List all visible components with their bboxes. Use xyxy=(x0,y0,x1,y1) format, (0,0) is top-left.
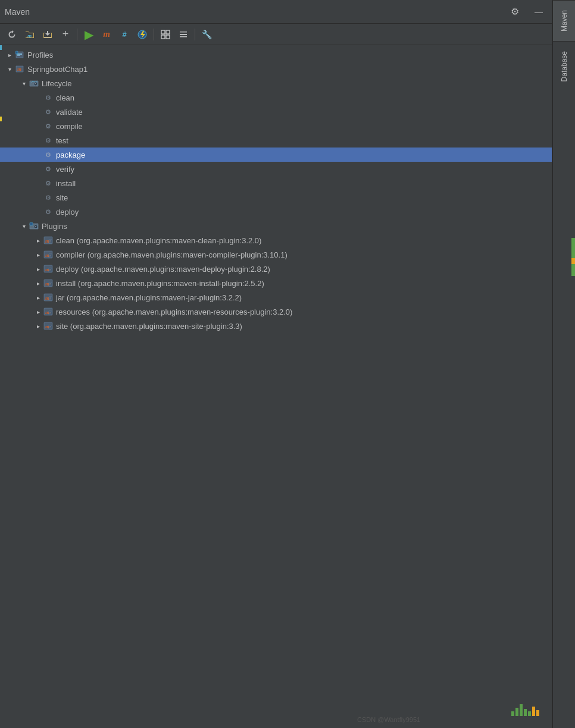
install-label: install xyxy=(56,179,76,188)
arrow-plugin-jar xyxy=(33,293,43,302)
tree-item-install[interactable]: ⚙ install xyxy=(0,176,552,190)
plugin-jar-label: jar (org.apache.maven.plugins:maven-jar-… xyxy=(56,293,242,302)
tree-item-plugin-resources[interactable]: m resources (org.apache.maven.plugins:ma… xyxy=(0,305,552,319)
svg-text:m: m xyxy=(17,66,21,72)
tree-item-plugin-install[interactable]: m install (org.apache.maven.plugins:mave… xyxy=(0,276,552,290)
plugin-site-icon: m xyxy=(43,321,54,331)
plugins-icon xyxy=(29,221,39,231)
tree-item-verify[interactable]: ⚙ verify xyxy=(0,162,552,176)
arrow-lifecycle xyxy=(19,79,29,88)
tree-item-deploy[interactable]: ⚙ deploy xyxy=(0,205,552,219)
maven-panel: Maven ⚙ — m xyxy=(0,0,552,728)
svg-rect-8 xyxy=(180,36,187,37)
plugin-compiler-icon: m xyxy=(43,249,54,260)
tree-item-profiles[interactable]: m Profiles xyxy=(0,48,552,62)
arrow-plugin-deploy xyxy=(33,264,43,274)
plugin-clean-icon: m xyxy=(43,235,54,246)
separator-2 xyxy=(154,29,154,40)
springboot-label: SpringbootChap1 xyxy=(27,65,88,74)
svg-rect-23 xyxy=(49,268,52,272)
svg-rect-32 xyxy=(49,311,52,315)
lifecycle-label: Lifecycle xyxy=(42,79,72,88)
lifecycle-icon xyxy=(29,78,39,89)
tree-item-plugin-compiler[interactable]: m compiler (org.apache.maven.plugins:mav… xyxy=(0,247,552,262)
skip-tests-button[interactable] xyxy=(134,26,151,43)
plugin-clean-label: clean (org.apache.maven.plugins:maven-cl… xyxy=(56,236,261,245)
download-button[interactable] xyxy=(39,26,56,43)
svg-rect-5 xyxy=(166,35,170,39)
arrow-plugin-compiler xyxy=(33,250,43,259)
tree-item-validate[interactable]: ⚙ validate xyxy=(0,105,552,119)
tab-database[interactable]: Database xyxy=(553,41,575,91)
profiles-icon: m xyxy=(14,49,25,60)
tab-maven[interactable]: Maven xyxy=(553,0,575,41)
svg-rect-3 xyxy=(166,30,170,34)
package-label: package xyxy=(56,150,85,159)
mini-bars xyxy=(511,704,539,716)
svg-rect-29 xyxy=(49,297,52,300)
tree-item-test[interactable]: ⚙ test xyxy=(0,133,552,148)
site-label: site xyxy=(56,193,68,202)
separator-1 xyxy=(77,29,77,40)
refresh-button[interactable] xyxy=(4,26,20,43)
open-folder-button[interactable]: m xyxy=(21,26,38,43)
tree-content: m Profiles m SpringbootChap1 xyxy=(0,45,552,728)
toggle-button[interactable]: # xyxy=(116,26,133,43)
arrow-springboot xyxy=(5,64,14,74)
svg-rect-35 xyxy=(49,325,52,329)
svg-rect-17 xyxy=(49,240,52,243)
arrow-plugins xyxy=(19,221,29,231)
gear-verify-icon: ⚙ xyxy=(43,164,54,174)
svg-rect-26 xyxy=(49,283,52,286)
maven-button[interactable]: m xyxy=(98,26,115,43)
tree-item-springboot[interactable]: m SpringbootChap1 xyxy=(0,62,552,76)
tree-item-package[interactable]: ⚙ package xyxy=(0,148,552,162)
plugin-install-icon: m xyxy=(43,278,54,288)
svg-rect-13 xyxy=(30,222,33,225)
maven-title: Maven xyxy=(5,7,30,17)
minimize-button[interactable]: — xyxy=(530,4,547,20)
arrow-plugin-clean xyxy=(33,236,43,245)
settings-button[interactable]: ⚙ xyxy=(507,4,523,20)
svg-rect-7 xyxy=(180,32,187,33)
verify-label: verify xyxy=(56,165,74,174)
tree-item-plugin-clean[interactable]: m clean (org.apache.maven.plugins:maven-… xyxy=(0,233,552,247)
svg-rect-4 xyxy=(161,35,165,39)
svg-rect-2 xyxy=(161,30,165,34)
svg-rect-20 xyxy=(49,254,52,258)
gear-compile-icon: ⚙ xyxy=(43,121,54,131)
tree-item-plugins[interactable]: Plugins xyxy=(0,219,552,233)
plugin-deploy-label: deploy (org.apache.maven.plugins:maven-d… xyxy=(56,265,270,274)
expand-button[interactable] xyxy=(157,26,174,43)
arrow-plugin-install xyxy=(33,278,43,288)
wrench-button[interactable]: 🔧 xyxy=(198,26,215,43)
right-sidebar: Maven Database xyxy=(552,0,575,728)
plugin-compiler-label: compiler (org.apache.maven.plugins:maven… xyxy=(56,250,288,259)
gear-validate-icon: ⚙ xyxy=(43,106,54,117)
svg-text:m: m xyxy=(27,33,32,39)
add-button[interactable]: + xyxy=(57,26,74,43)
springboot-icon: m xyxy=(14,64,25,74)
tree-item-lifecycle[interactable]: Lifecycle xyxy=(0,76,552,90)
compile-label: compile xyxy=(56,122,83,131)
gear-deploy-icon: ⚙ xyxy=(43,206,54,217)
gear-test-icon: ⚙ xyxy=(43,135,54,146)
plugin-site-label: site (org.apache.maven.plugins:maven-sit… xyxy=(56,322,242,331)
tree-item-site[interactable]: ⚙ site xyxy=(0,190,552,205)
left-accent xyxy=(0,45,2,50)
tree-item-plugin-site[interactable]: m site (org.apache.maven.plugins:maven-s… xyxy=(0,319,552,333)
run-button[interactable]: ▶ xyxy=(80,26,97,43)
validate-label: validate xyxy=(56,108,83,117)
plugin-resources-label: resources (org.apache.maven.plugins:mave… xyxy=(56,307,292,316)
tree-item-plugin-deploy[interactable]: m deploy (org.apache.maven.plugins:maven… xyxy=(0,262,552,276)
plugin-resources-icon: m xyxy=(43,306,54,317)
plugin-jar-icon: m xyxy=(43,292,54,303)
tree-item-compile[interactable]: ⚙ compile xyxy=(0,119,552,133)
tree-item-clean[interactable]: ⚙ clean xyxy=(0,90,552,105)
plugins-label: Plugins xyxy=(42,222,67,231)
collapse-button[interactable] xyxy=(175,26,192,43)
tree-item-plugin-jar[interactable]: m jar (org.apache.maven.plugins:maven-ja… xyxy=(0,290,552,305)
left-accent-yellow xyxy=(0,117,2,121)
watermark: CSDN @Wantfly9951 xyxy=(357,716,420,723)
plugin-deploy-icon: m xyxy=(43,263,54,274)
